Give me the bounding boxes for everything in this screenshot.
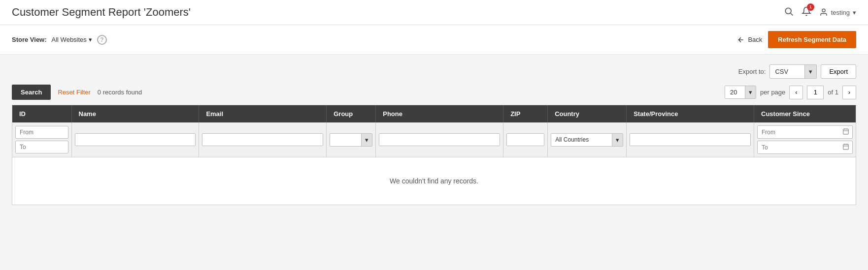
filter-since-from-input[interactable] — [758, 126, 839, 138]
filter-phone-input[interactable] — [379, 133, 500, 146]
page-next-button[interactable]: › — [842, 86, 856, 99]
svg-rect-4 — [843, 129, 849, 134]
per-page-label: per page — [760, 89, 785, 96]
svg-line-1 — [790, 13, 793, 15]
col-email[interactable]: Email — [199, 105, 327, 122]
controls-row: Search Reset Filter 0 records found 20 ▾… — [12, 85, 856, 100]
per-page-value: 20 — [725, 86, 745, 98]
filter-id-from[interactable] — [15, 126, 68, 139]
store-view-value: All Websites — [52, 36, 87, 43]
per-page-select[interactable]: 20 ▾ — [725, 86, 756, 99]
filter-name-input[interactable] — [75, 133, 196, 146]
search-button[interactable]: Search — [12, 85, 51, 100]
filter-id-to[interactable] — [15, 141, 68, 153]
sub-header: Store View: All Websites ▾ ? Back Refres… — [0, 25, 868, 55]
export-button[interactable]: Export — [821, 64, 856, 79]
help-icon[interactable]: ? — [97, 35, 107, 45]
back-button[interactable]: Back — [737, 36, 762, 44]
per-page-arrow[interactable]: ▾ — [745, 86, 756, 98]
col-state[interactable]: State/Province — [627, 105, 754, 122]
empty-message: We couldn't find any records. — [12, 157, 856, 205]
export-format-select[interactable]: CSV ▾ — [769, 64, 817, 79]
filter-group-value — [330, 134, 361, 146]
calendar-to-icon[interactable] — [839, 141, 852, 153]
table-header-row: ID Name Email Group Phone ZIP — [12, 105, 856, 122]
col-phone[interactable]: Phone — [376, 105, 503, 122]
filter-country-arrow[interactable]: ▾ — [612, 134, 623, 146]
filter-since-to — [757, 141, 853, 154]
sub-header-actions: Back Refresh Segment Data — [737, 31, 856, 48]
page-input[interactable] — [807, 86, 824, 99]
filter-zip-input[interactable] — [506, 133, 544, 146]
store-view-arrow: ▾ — [89, 36, 92, 43]
refresh-segment-button[interactable]: Refresh Segment Data — [768, 31, 856, 48]
export-format-arrow[interactable]: ▾ — [804, 65, 816, 78]
filter-group-arrow[interactable]: ▾ — [361, 134, 372, 146]
svg-point-2 — [822, 9, 825, 12]
table-wrapper: ID Name Email Group Phone ZIP — [12, 105, 856, 205]
col-since[interactable]: Customer Since — [754, 105, 856, 122]
store-view-label: Store View: — [12, 36, 47, 43]
page-title: Customer Segment Report 'Zoomers' — [12, 6, 191, 19]
reset-filter-link[interactable]: Reset Filter — [58, 89, 90, 96]
search-icon[interactable] — [784, 6, 794, 19]
page-of-total: of 1 — [828, 89, 838, 96]
pagination-row: 20 ▾ per page ‹ of 1 › — [725, 86, 856, 99]
export-label: Export to: — [738, 68, 766, 75]
col-country[interactable]: Country — [548, 105, 627, 122]
back-label: Back — [748, 36, 762, 43]
user-menu[interactable]: testing ▾ — [819, 8, 856, 17]
filter-country-value: All Countries — [551, 134, 612, 146]
filter-id — [12, 122, 71, 157]
store-view-area: Store View: All Websites ▾ ? — [12, 35, 107, 45]
filter-state-input[interactable] — [630, 133, 751, 146]
filter-country: All Countries ▾ — [548, 122, 627, 157]
filter-email — [199, 122, 327, 157]
notification-bell[interactable]: 1 — [801, 6, 811, 19]
calendar-from-icon[interactable] — [839, 126, 852, 138]
export-format-value: CSV — [770, 65, 804, 78]
username: testing — [831, 9, 850, 16]
data-table: ID Name Email Group Phone ZIP — [12, 105, 856, 205]
page-prev-button[interactable]: ‹ — [789, 86, 803, 99]
filter-row: ▾ All Countries ▾ — [12, 122, 856, 157]
top-header: Customer Segment Report 'Zoomers' 1 test… — [0, 0, 868, 25]
user-dropdown-arrow: ▾ — [853, 9, 856, 16]
empty-row: We couldn't find any records. — [12, 157, 856, 205]
col-group[interactable]: Group — [327, 105, 376, 122]
filter-state — [627, 122, 754, 157]
header-right: 1 testing ▾ — [784, 6, 856, 19]
notification-count: 1 — [807, 3, 814, 11]
svg-rect-8 — [843, 144, 849, 150]
main-content: Export to: CSV ▾ Export Search Reset Fil… — [0, 55, 868, 215]
filter-since-to-input[interactable] — [758, 142, 839, 153]
store-view-select[interactable]: All Websites ▾ — [52, 36, 92, 43]
filter-zip — [503, 122, 548, 157]
col-zip[interactable]: ZIP — [503, 105, 548, 122]
records-found: 0 records found — [98, 89, 142, 96]
export-row: Export to: CSV ▾ Export — [12, 64, 856, 79]
filter-since — [754, 122, 856, 157]
col-id[interactable]: ID — [12, 105, 71, 122]
filter-name — [71, 122, 199, 157]
svg-point-0 — [785, 8, 791, 14]
filter-email-input[interactable] — [202, 133, 323, 146]
filter-since-from — [757, 125, 853, 139]
filter-group-select[interactable]: ▾ — [330, 133, 372, 147]
col-name[interactable]: Name — [71, 105, 199, 122]
filter-country-select[interactable]: All Countries ▾ — [551, 133, 623, 147]
filter-phone — [376, 122, 503, 157]
filter-group: ▾ — [327, 122, 376, 157]
search-controls: Search Reset Filter 0 records found — [12, 85, 142, 100]
